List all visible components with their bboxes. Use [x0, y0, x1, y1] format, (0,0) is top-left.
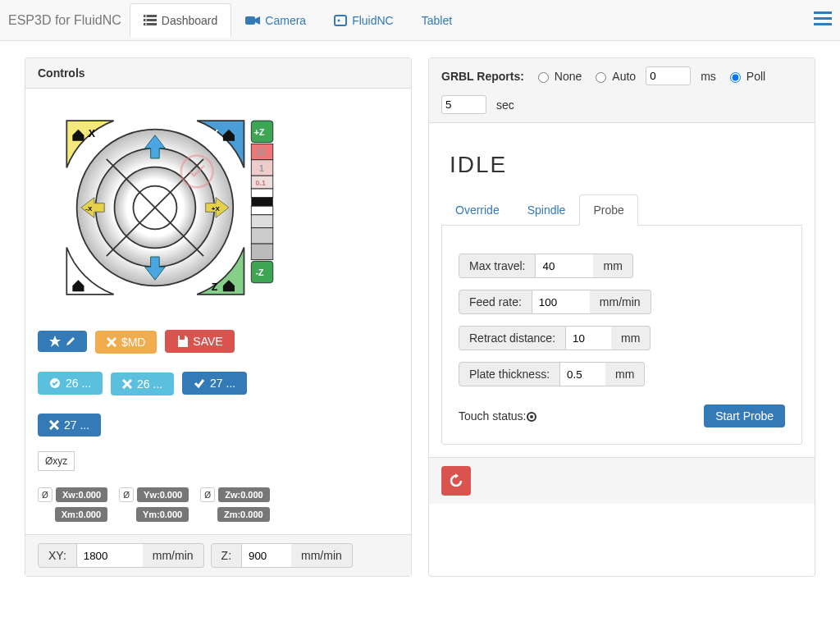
- controls-body: X Y Z -X: [25, 89, 411, 534]
- svg-text:X: X: [89, 128, 96, 139]
- tab-fluidnc[interactable]: FluidNC: [320, 3, 408, 38]
- grbl-subtabs: Override Spindle Probe: [441, 194, 802, 226]
- poll-interval-input[interactable]: [441, 95, 486, 114]
- macro-row-3: 27 ...: [38, 409, 399, 441]
- z-step-10-neg[interactable]: [251, 244, 272, 259]
- zero-xyz-button[interactable]: Øxyz: [38, 451, 75, 471]
- subtab-override[interactable]: Override: [441, 194, 514, 226]
- btn-label: 27 ...: [64, 418, 89, 432]
- svg-text:10: 10: [256, 147, 266, 157]
- camera-icon: [245, 16, 260, 25]
- save-button[interactable]: SAVE: [165, 330, 234, 353]
- controls-heading: Controls: [25, 58, 411, 89]
- z-step-1-neg[interactable]: [251, 228, 272, 244]
- btn-label: 26 ...: [137, 377, 162, 391]
- tab-label: Dashboard: [162, 14, 218, 27]
- svg-point-5: [145, 23, 147, 25]
- btn-label: $MD: [121, 336, 146, 349]
- tab-dashboard[interactable]: Dashboard: [130, 3, 232, 38]
- macro-1-button[interactable]: 26 ...: [38, 372, 103, 395]
- plate-unit: mm: [605, 362, 645, 386]
- poll-unit: sec: [496, 98, 514, 112]
- macro-2-button[interactable]: 26 ...: [111, 372, 174, 395]
- refresh-button[interactable]: [441, 466, 471, 496]
- zero-x-button[interactable]: Ø: [38, 487, 52, 502]
- svg-point-3: [145, 15, 147, 16]
- controls-panel: Controls X Y: [25, 57, 412, 577]
- content: Controls X Y: [0, 41, 840, 593]
- xy-feedrate-input[interactable]: [77, 543, 143, 568]
- svg-text:+X: +X: [212, 205, 221, 213]
- subtab-spindle[interactable]: Spindle: [514, 194, 580, 226]
- fluidnc-icon: [334, 15, 347, 26]
- auto-interval-input[interactable]: [646, 66, 691, 85]
- z-feedrate-input[interactable]: [242, 543, 291, 568]
- check-icon: [194, 377, 205, 389]
- svg-rect-25: [251, 198, 272, 207]
- save-icon: [176, 336, 188, 347]
- grbl-panel: GRBL Reports: None Auto ms Poll sec Idle…: [428, 57, 815, 577]
- svg-text:0.1: 0.1: [256, 179, 266, 187]
- tab-tablet[interactable]: Tablet: [408, 3, 466, 38]
- svg-rect-24: [251, 189, 272, 198]
- svg-point-4: [145, 19, 147, 21]
- controls-footer: XY: mm/min Z: mm/min: [25, 534, 411, 576]
- refresh-icon: [449, 473, 463, 488]
- jog-pad: X Y Z -X: [38, 101, 399, 317]
- z-feedrate-group: Z: mm/min: [211, 543, 353, 568]
- svg-point-8: [338, 19, 340, 21]
- menu-button[interactable]: [814, 11, 832, 29]
- svg-text:Y: Y: [212, 128, 219, 139]
- plate-label: Plate thickness:: [459, 362, 560, 386]
- svg-rect-26: [251, 206, 272, 215]
- xy-label: XY:: [38, 543, 77, 568]
- z-label: Z:: [211, 543, 242, 568]
- max-travel-input[interactable]: [536, 254, 593, 278]
- macro-row-1: $MD SAVE: [38, 325, 399, 359]
- btn-label: SAVE: [193, 335, 222, 348]
- plate-input[interactable]: [560, 362, 605, 386]
- tab-label: Camera: [265, 14, 306, 27]
- zm-readout: Zm:0.000: [217, 507, 270, 522]
- reports-poll-radio[interactable]: Poll: [726, 70, 765, 83]
- grbl-status: Idle: [450, 152, 794, 178]
- max-travel-unit: mm: [593, 254, 632, 278]
- tab-label: FluidNC: [352, 14, 394, 27]
- z-unit: mm/min: [291, 543, 353, 568]
- macro-row-2: 26 ... 26 ... 27 ...: [38, 367, 399, 400]
- retract-unit: mm: [611, 326, 651, 350]
- start-probe-button[interactable]: Start Probe: [704, 404, 785, 427]
- macro-3-button[interactable]: 27 ...: [182, 372, 247, 395]
- svg-rect-6: [245, 16, 255, 25]
- macro-4-button[interactable]: 27 ...: [38, 414, 101, 436]
- subtab-probe[interactable]: Probe: [579, 194, 637, 226]
- tab-label: Tablet: [422, 14, 452, 27]
- svg-text:-X: -X: [85, 205, 93, 213]
- max-travel-label: Max travel:: [459, 254, 536, 278]
- x-icon: [49, 420, 59, 430]
- zero-y-button[interactable]: Ø: [119, 487, 134, 502]
- check-circle-icon: [49, 377, 61, 389]
- reports-auto-radio[interactable]: Auto: [591, 70, 636, 83]
- svg-text:-Z: -Z: [256, 267, 265, 277]
- grbl-heading: GRBL Reports: None Auto ms Poll sec: [429, 58, 815, 123]
- xw-readout: Xw:0.000: [56, 487, 107, 502]
- yw-readout: Yw:0.000: [137, 487, 189, 502]
- brand: ESP3D for FluidNC: [8, 13, 121, 28]
- svg-rect-9: [814, 11, 832, 14]
- star-edit-button[interactable]: [38, 331, 87, 352]
- feed-rate-input[interactable]: [532, 290, 590, 314]
- svg-rect-11: [814, 23, 832, 25]
- reports-none-radio[interactable]: None: [534, 70, 582, 83]
- pencil-icon: [66, 336, 75, 346]
- z-step-01-neg[interactable]: [251, 215, 272, 228]
- zero-z-button[interactable]: Ø: [200, 487, 215, 502]
- retract-input[interactable]: [566, 326, 611, 350]
- xy-unit: mm/min: [143, 543, 204, 568]
- grbl-reports-label: GRBL Reports:: [441, 70, 524, 83]
- topbar: ESP3D for FluidNC Dashboard Camera Fluid…: [0, 0, 840, 41]
- smd-button[interactable]: $MD: [95, 331, 158, 354]
- main-tabs: Dashboard Camera FluidNC Tablet: [130, 3, 466, 38]
- tab-camera[interactable]: Camera: [231, 3, 320, 38]
- hamburger-icon: [814, 11, 832, 26]
